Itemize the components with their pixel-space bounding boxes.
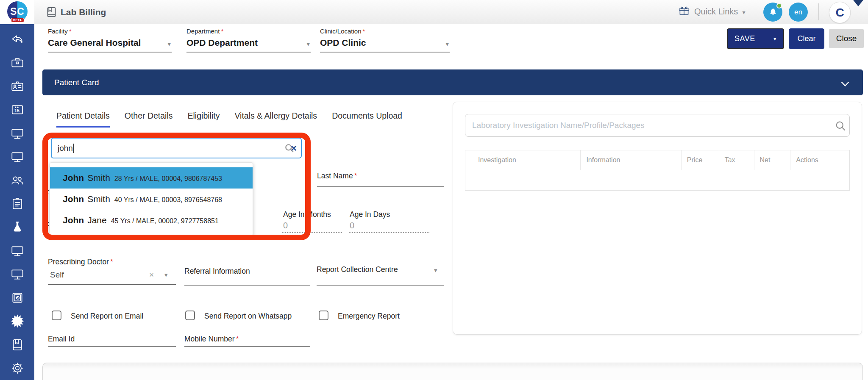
- briefcase-icon: [10, 55, 25, 70]
- col-price: Price: [682, 150, 719, 170]
- top-bar: SC BETA Lab Billing Quick Links ▾ en C: [0, 0, 868, 24]
- search-icon[interactable]: [835, 120, 846, 133]
- sidebar-item-clipboard[interactable]: [6, 192, 29, 215]
- covered-label-fragment-second: C: [44, 220, 49, 229]
- language-button[interactable]: en: [789, 3, 808, 22]
- sidebar-item-monitor-4[interactable]: [6, 263, 29, 286]
- back-arrow-icon: [10, 32, 25, 47]
- clinic-location-underline: [320, 52, 450, 53]
- notifications-button[interactable]: [763, 3, 782, 22]
- quick-links-label: Quick Links: [694, 7, 738, 17]
- facility-select[interactable]: Facility* Care General Hospital ▾: [48, 28, 172, 53]
- sidebar-item-briefcase[interactable]: [6, 51, 29, 74]
- settings-gear-icon: [10, 361, 25, 375]
- age-in-months-input[interactable]: [282, 232, 342, 233]
- facility-label: Facility*: [48, 28, 172, 35]
- badge-icon: [10, 314, 25, 328]
- monitor-icon: [10, 244, 25, 258]
- email-id-label: Email Id: [48, 335, 75, 344]
- tab-vitals-allergy[interactable]: Vitals & Allergy Details: [234, 111, 317, 128]
- collapse-chevron-icon[interactable]: [841, 80, 849, 89]
- clear-button[interactable]: Clear: [789, 28, 824, 49]
- chevron-down-icon[interactable]: ▾: [167, 40, 171, 48]
- sidebar-item-book[interactable]: [6, 333, 29, 356]
- report-collection-centre-label: Report Collection Centre: [317, 265, 398, 274]
- gift-icon: [678, 6, 690, 17]
- user-avatar[interactable]: C: [829, 2, 851, 23]
- sidebar-item-back[interactable]: [6, 28, 29, 51]
- users-icon: [10, 173, 25, 188]
- bell-icon: [768, 7, 778, 17]
- avatar-menu-caret-icon[interactable]: [853, 0, 863, 6]
- clipboard-icon: [10, 197, 25, 211]
- report-collection-centre-select[interactable]: [317, 285, 444, 286]
- referral-information-label: Referral Information: [184, 267, 250, 276]
- page-title: Lab Billing: [61, 7, 106, 17]
- sidebar-item-monitor-2[interactable]: [6, 145, 29, 168]
- svg-text:15: 15: [14, 108, 19, 113]
- clear-doctor-icon[interactable]: ×: [149, 270, 154, 280]
- patient-card-title: Patient Card: [54, 78, 99, 87]
- department-value: OPD Department: [186, 38, 311, 48]
- patient-search-input[interactable]: john ×: [51, 138, 302, 158]
- save-button[interactable]: SAVE ▾: [727, 28, 784, 49]
- clear-search-icon[interactable]: ×: [291, 143, 297, 154]
- chevron-down-icon[interactable]: ▾: [434, 266, 437, 274]
- tab-documents-upload[interactable]: Documents Upload: [332, 111, 402, 128]
- sidebar-item-badge[interactable]: [6, 310, 29, 333]
- app-logo[interactable]: SC BETA: [0, 0, 34, 24]
- col-tax: Tax: [719, 150, 754, 170]
- sidebar-item-id-card[interactable]: [6, 75, 29, 98]
- save-dropdown-caret-icon[interactable]: ▾: [773, 36, 776, 42]
- prescribing-doctor-value: Self: [50, 270, 64, 280]
- col-actions: Actions: [790, 150, 849, 170]
- beta-badge: BETA: [11, 18, 24, 22]
- calendar-icon: 15: [10, 103, 25, 117]
- safe-icon: [10, 291, 25, 305]
- quick-links-menu[interactable]: Quick Links ▾: [678, 6, 745, 17]
- id-card-icon: [10, 79, 25, 94]
- search-result-row[interactable]: John Smith 40 Yrs / MALE, 00003, 8976548…: [50, 189, 253, 210]
- sidebar-item-lab-flask-active[interactable]: [6, 216, 29, 239]
- clinic-location-value: OPD Clinic: [320, 38, 450, 48]
- department-select[interactable]: Department* OPD Department ▾: [186, 28, 311, 53]
- flask-icon: [10, 220, 25, 234]
- sidebar-item-calendar[interactable]: 15: [6, 98, 29, 121]
- sidebar-item-monitor-3[interactable]: [6, 239, 29, 262]
- monitor-icon: [10, 267, 25, 281]
- logo-letter-s: S: [10, 6, 17, 17]
- logo-letter-c: C: [17, 6, 25, 17]
- patient-card-header[interactable]: Patient Card: [42, 69, 863, 95]
- lab-investigation-search-input[interactable]: [465, 114, 850, 137]
- sidebar-item-settings[interactable]: [6, 357, 29, 380]
- age-in-days-value: 0: [350, 221, 354, 230]
- next-section-card: [42, 363, 863, 380]
- sidebar-item-monitor-1[interactable]: [6, 122, 29, 145]
- col-information: Information: [581, 150, 681, 170]
- chevron-down-icon[interactable]: ▾: [445, 40, 449, 48]
- mobile-number-input[interactable]: [184, 346, 310, 347]
- search-result-row[interactable]: John Jane 45 Yrs / MALE, 00002, 97277588…: [50, 210, 253, 231]
- age-in-months-value: 0: [283, 221, 288, 230]
- chevron-down-icon[interactable]: ▾: [164, 271, 168, 279]
- facility-value: Care General Hospital: [48, 38, 172, 48]
- close-button[interactable]: Close: [829, 29, 864, 48]
- facility-underline: [48, 52, 172, 53]
- text-cursor: [73, 144, 74, 153]
- clinic-location-select[interactable]: Clinic/Location* OPD Clinic ▾: [320, 28, 450, 53]
- prescribing-doctor-select[interactable]: [48, 284, 176, 285]
- patient-tabs: Patient Details Other Details Eligibilit…: [56, 111, 402, 128]
- sidebar-item-users[interactable]: [6, 169, 29, 192]
- tab-other-details[interactable]: Other Details: [125, 111, 173, 128]
- sidebar-item-safe[interactable]: [6, 286, 29, 309]
- search-result-row[interactable]: John Smith 28 Yrs / MALE, 00004, 9806787…: [50, 167, 253, 189]
- last-name-input[interactable]: [317, 186, 444, 187]
- age-in-days-input[interactable]: [349, 232, 429, 233]
- topbar-divider: [818, 3, 819, 20]
- chevron-down-icon: ▾: [742, 9, 745, 16]
- referral-information-input[interactable]: [184, 285, 310, 286]
- tab-patient-details[interactable]: Patient Details: [56, 111, 110, 128]
- email-id-input[interactable]: [48, 346, 176, 347]
- tab-eligibility[interactable]: Eligibility: [188, 111, 220, 128]
- chevron-down-icon[interactable]: ▾: [306, 40, 310, 48]
